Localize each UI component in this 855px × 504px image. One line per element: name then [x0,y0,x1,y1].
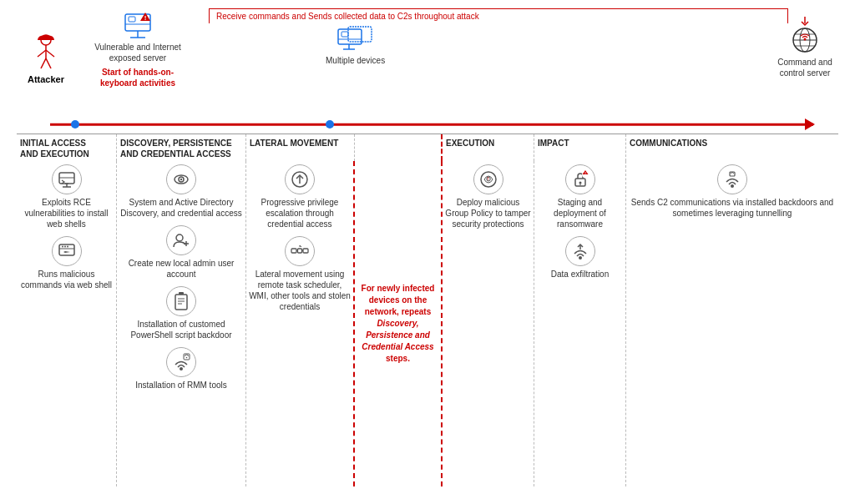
ransomware-label: Staging and deployment of ransomware [536,197,624,229]
c2-server-label: Command and control server [772,57,838,78]
exfil-icon-circle [565,236,595,266]
svg-point-33 [64,246,66,248]
item-powershell: Installation of customed PowerShell scri… [119,286,244,340]
backdoor-icon-circle [717,164,747,194]
svg-point-65 [731,184,734,188]
privilege-esc-label: Progressive privilege escalation through… [248,197,352,229]
escalation-icon [291,170,309,189]
svg-rect-51 [291,249,296,253]
server-icon: ! [122,13,154,42]
c2-server-globe-icon [787,17,824,54]
svg-point-24 [803,38,806,41]
svg-line-3 [46,50,54,57]
timeline-dot-mid [326,120,334,129]
terminal-icon [58,242,76,260]
svg-rect-13 [341,32,348,37]
timeline-arrowhead [805,118,815,130]
item-group-policy: ! Deploy malicious Group Policy to tampe… [444,164,532,229]
svg-rect-7 [129,17,135,22]
col-header-3: LATERAL MOVEMENT [246,134,355,161]
server-text: Vulnerable and Internet exposed server [88,42,188,63]
timeline-row [17,117,838,132]
svg-point-37 [180,179,182,180]
col-comms: Sends C2 communications via installed ba… [626,161,838,486]
powershell-icon [172,292,190,310]
devices-label: Multiple devices [326,56,385,65]
col-header-7: COMMUNICATIONS [626,134,838,161]
rce-icon-circle [52,164,82,194]
item-c2-comms: Sends C2 communications via installed ba… [628,164,837,219]
svg-rect-45 [179,292,184,295]
ransomware-icon: ! [571,170,589,189]
diagram-container: Attacker ! Vulnerable and Internet expos… [0,0,855,504]
powershell-icon-circle [166,286,196,316]
c2-comms-label: Sends C2 communications via installed ba… [628,197,837,219]
terminal-icon-circle [52,236,82,266]
ransomware-icon-circle: ! [565,164,595,194]
svg-point-32 [62,246,63,248]
col-discovery: System and Active Directory Discovery, a… [117,161,246,486]
attacker-icon [29,33,63,71]
rce-icon [58,170,76,189]
svg-point-48 [186,357,188,359]
svg-text:!: ! [144,14,147,22]
group-policy-label: Deploy malicious Group Policy to tamper … [444,197,532,229]
exfil-label: Data exfiltration [551,269,609,280]
headers-row: INITIAL ACCESSAND EXECUTION DISCOVERY, P… [17,134,838,161]
svg-line-4 [41,58,46,68]
devices-block: Multiple devices [326,25,385,65]
c2-banner: Receive commands and Sends collected dat… [209,8,788,23]
col-execution: ! Deploy malicious Group Policy to tampe… [443,161,534,486]
columns-row: Exploits RCE vulnerabilities to install … [17,161,838,486]
escalation-icon-circle [285,164,315,194]
item-privilege-escalation: Progressive privilege escalation through… [248,164,352,229]
powershell-label: Installation of customed PowerShell scri… [119,319,244,340]
svg-rect-52 [298,249,302,253]
user-add-icon-circle [166,225,196,255]
active-dir-label: System and Active Directory Discovery, a… [119,197,244,219]
svg-rect-53 [303,249,308,253]
rmm-label: Installation of RMM tools [135,380,227,391]
devices-icon [336,25,374,54]
svg-point-59 [579,182,581,184]
attacker-block: Attacker [17,33,75,84]
rmm-icon-circle [166,347,196,377]
lateral-move-label: Lateral movement using remote task sched… [248,269,352,312]
col-header-1: INITIAL ACCESSAND EXECUTION [17,134,117,161]
col-header-4 [355,134,443,161]
top-section: Attacker ! Vulnerable and Internet expos… [17,8,847,117]
item-ransomware: ! Staging and deployment of ransomware [536,164,624,229]
col-initial-access: Exploits RCE vulnerabilities to install … [17,161,117,486]
item-rce-webshell: Exploits RCE vulnerabilities to install … [18,164,114,229]
rce-label: Exploits RCE vulnerabilities to install … [18,197,114,229]
malicious-cmd-label: Runs malicious commands via web shell [18,269,114,290]
lateral-icon [291,242,309,260]
item-malicious-cmd: Runs malicious commands via web shell [18,236,114,290]
col-red-highlight: For newly infected devices on the networ… [355,161,443,486]
eye-icon [172,170,190,189]
svg-point-34 [67,246,68,248]
attacker-label: Attacker [28,74,64,84]
svg-line-5 [46,58,51,68]
col-header-6: IMPACT [534,134,626,161]
svg-line-2 [38,50,46,57]
item-active-dir: System and Active Directory Discovery, a… [119,164,244,219]
timeline-dot-start [71,120,79,129]
timeline-line [50,123,813,126]
local-admin-label: Create new local admin user account [119,258,244,280]
item-exfiltration: Data exfiltration [536,236,624,280]
red-highlight-text: For newly infected devices on the networ… [357,280,439,368]
server-block: ! Vulnerable and Internet exposed server… [88,13,188,88]
col-impact: ! Staging and deployment of ransomware D… [534,161,626,486]
user-add-icon [172,231,190,249]
svg-rect-41 [175,295,187,310]
group-policy-icon-circle: ! [473,164,503,194]
backdoor-icon [723,170,741,189]
item-rmm: Installation of RMM tools [119,347,244,391]
exfil-icon [571,242,589,260]
c2-server-block: Command and control server [772,17,838,78]
hands-on-text: Start of hands-on-keyboard activities [88,67,188,88]
svg-rect-30 [59,244,74,255]
col-lateral: Progressive privilege escalation through… [246,161,355,486]
svg-point-46 [180,367,183,370]
